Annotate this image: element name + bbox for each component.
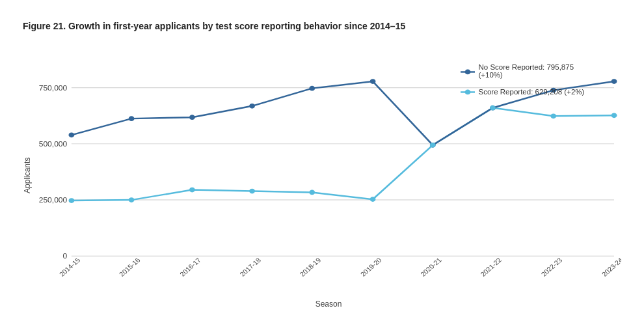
chart-svg: 0 250,000 500,000 750,000 [36,42,621,281]
legend-score-label: Score Reported: 629,208 (+2%) [478,88,584,95]
dot [309,189,315,195]
dot [129,197,135,202]
legend-no-score-pct: (+10%) [478,71,502,78]
x-label-2022: 2022-23 [540,256,564,277]
x-label-2014: 2014-15 [58,256,82,277]
dot [68,198,74,203]
chart-container: Figure 21. Growth in first-year applican… [10,8,634,327]
legend-no-score-dot [465,69,471,74]
dot [309,85,315,90]
svg-text:500,000: 500,000 [39,140,68,147]
x-label-2019: 2019-20 [359,256,383,277]
chart-title: Figure 21. Growth in first-year applican… [23,21,621,31]
x-label-2017: 2017-18 [239,256,263,277]
svg-text:250,000: 250,000 [39,196,68,203]
svg-text:750,000: 750,000 [39,84,68,91]
score-reported-line [72,107,614,200]
x-label-2023: 2023-24 [600,256,621,277]
dot [249,188,255,193]
dot [129,116,135,121]
dot [490,105,496,110]
dot [68,132,74,137]
svg-text:0: 0 [63,252,68,259]
x-label-2020: 2020-21 [419,256,443,277]
x-axis-label: Season [36,299,621,309]
dot [430,142,436,147]
dot [370,197,376,202]
dot [611,113,617,118]
dot [370,79,376,84]
x-label-2018: 2018-19 [299,256,323,277]
dot [550,113,556,118]
dot [189,187,195,192]
x-label-2021: 2021-22 [479,256,503,277]
chart-inner: 0 250,000 500,000 750,000 [36,42,621,309]
y-axis-label: Applicants [23,42,36,309]
legend-no-score-label: No Score Reported: 795,875 [478,63,574,70]
legend-score-dot [465,89,471,94]
dot [611,79,617,84]
x-label-2015: 2015-16 [118,256,142,277]
x-label-2016: 2016-17 [178,256,202,277]
dot [189,115,195,120]
dot [249,103,255,108]
